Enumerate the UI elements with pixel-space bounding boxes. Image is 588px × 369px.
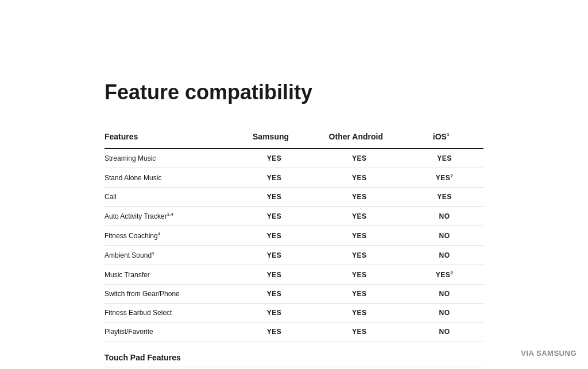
table-row: Auto Activity Tracker3,4YESYESNO — [105, 207, 483, 226]
col-header-features: Features — [105, 127, 235, 149]
ios-value: YES — [405, 367, 483, 370]
android-value: YES — [313, 188, 405, 207]
ios-value: NO — [405, 207, 483, 226]
compatibility-table: Features Samsung Other Android iOS1 Stre… — [105, 127, 483, 369]
ios-value: YES2 — [405, 265, 483, 285]
samsung-value: YES — [235, 226, 314, 246]
ios-value: NO — [405, 285, 483, 304]
table-row: Streaming MusicYESYESYES — [105, 149, 483, 168]
samsung-value: YES — [235, 304, 314, 323]
android-value: YES — [313, 168, 405, 188]
table-section-header: Touch Pad Features — [105, 341, 483, 367]
feature-name-cell: Fitness Earbud Select — [105, 304, 235, 323]
samsung-value: YES — [235, 246, 314, 265]
table-row: Fitness Earbud SelectYESYESNO — [105, 304, 483, 323]
android-value: YES — [313, 207, 405, 226]
table-header-row: Features Samsung Other Android iOS1 — [105, 127, 483, 149]
android-value: YES — [313, 246, 405, 265]
feature-name-cell: Playlist/Favorite — [105, 323, 235, 341]
col-header-samsung: Samsung — [235, 127, 314, 149]
samsung-value: YES — [235, 188, 314, 207]
android-value: YES — [313, 304, 405, 323]
col-header-ios: iOS1 — [405, 127, 483, 149]
ios-value: NO — [405, 226, 483, 246]
table-body: Streaming MusicYESYESYESStand Alone Musi… — [105, 149, 483, 369]
android-value: YES — [313, 226, 405, 246]
table-row: Volume Up/DownYESYESYES — [105, 367, 483, 370]
feature-name-cell: Ambient Sound4 — [105, 246, 235, 265]
table-row: Playlist/FavoriteYESYESNO — [105, 323, 483, 341]
feature-name-cell: Stand Alone Music — [105, 168, 235, 188]
page-container: Feature compatibility Features Samsung O… — [93, 0, 495, 369]
samsung-value: YES — [235, 367, 314, 370]
samsung-value: YES — [235, 285, 314, 304]
ios-value: NO — [405, 246, 483, 265]
ios-value: YES — [405, 149, 483, 168]
android-value: YES — [313, 149, 405, 168]
samsung-value: YES — [235, 168, 314, 188]
ios-value: NO — [405, 304, 483, 323]
feature-name-cell: Streaming Music — [105, 149, 235, 168]
feature-name-cell: Switch from Gear/Phone — [105, 285, 235, 304]
samsung-value: YES — [235, 265, 314, 285]
android-value: YES — [313, 367, 405, 370]
via-samsung-label: VIA SAMSUNG — [521, 349, 577, 358]
feature-name-cell: Call — [105, 188, 235, 207]
table-row: Stand Alone MusicYESYESYES2 — [105, 168, 483, 188]
samsung-value: YES — [235, 323, 314, 341]
samsung-value: YES — [235, 207, 314, 226]
feature-name-cell: Volume Up/Down — [105, 367, 235, 370]
android-value: YES — [313, 285, 405, 304]
table-row: Fitness Coaching4YESYESNO — [105, 226, 483, 246]
table-row: Music TransferYESYESYES2 — [105, 265, 483, 285]
table-row: CallYESYESYES — [105, 188, 483, 207]
ios-value: YES2 — [405, 168, 483, 188]
ios-value: NO — [405, 323, 483, 341]
feature-name-cell: Auto Activity Tracker3,4 — [105, 207, 235, 226]
ios-value: YES — [405, 188, 483, 207]
feature-name-cell: Music Transfer — [105, 265, 235, 285]
table-row: Ambient Sound4YESYESNO — [105, 246, 483, 265]
col-header-android: Other Android — [313, 127, 405, 149]
page-title: Feature compatibility — [105, 80, 483, 104]
table-row: Switch from Gear/PhoneYESYESNO — [105, 285, 483, 304]
android-value: YES — [313, 265, 405, 285]
android-value: YES — [313, 323, 405, 341]
feature-name-cell: Fitness Coaching4 — [105, 226, 235, 246]
samsung-value: YES — [235, 149, 314, 168]
